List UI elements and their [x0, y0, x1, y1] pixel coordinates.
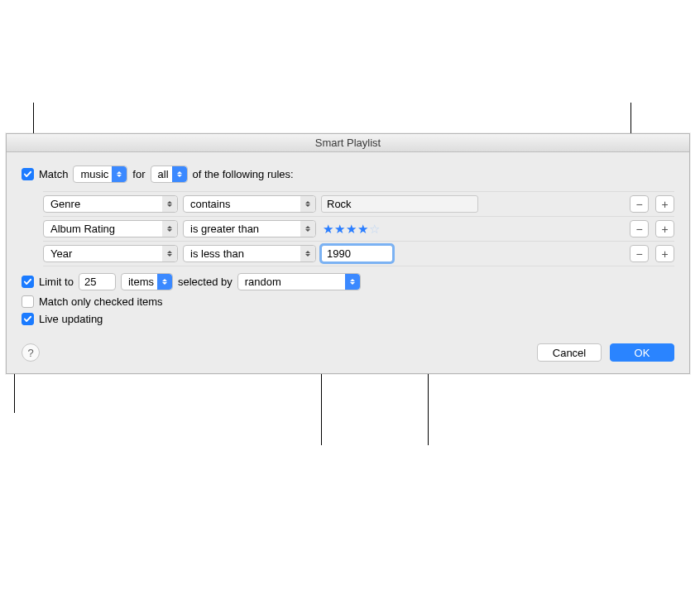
match-row: Match music for all of the following rul…	[22, 165, 674, 183]
rule-field-popup[interactable]: Year	[43, 245, 178, 262]
match-scope-popup[interactable]: all	[151, 165, 188, 183]
rule-field-popup[interactable]: Genre	[43, 195, 178, 213]
match-checked-checkbox[interactable]	[22, 295, 34, 308]
rule-row: Album Rating is greater than ★ ★ ★ ★ ☆ −…	[43, 217, 674, 242]
limit-count-input[interactable]	[79, 273, 116, 290]
star-icon: ★	[346, 220, 357, 237]
help-button[interactable]: ?	[22, 343, 40, 362]
window-title: Smart Playlist	[7, 134, 689, 152]
rule-operator-value: contains	[190, 198, 230, 210]
limit-prefix: Limit to	[39, 276, 74, 288]
limit-method-value: random	[245, 276, 281, 288]
match-suffix: of the following rules:	[193, 168, 294, 180]
popup-caret-icon	[345, 274, 360, 290]
add-rule-button[interactable]: +	[655, 220, 674, 237]
star-icon: ★	[357, 220, 368, 237]
match-media-popup[interactable]: music	[73, 165, 127, 183]
popup-caret-icon	[172, 166, 187, 182]
rule-operator-value: is less than	[190, 247, 244, 260]
match-checkbox[interactable]	[22, 168, 34, 180]
live-updating-checkbox[interactable]	[22, 313, 34, 325]
limit-unit-popup[interactable]: items	[121, 273, 173, 290]
remove-rule-button[interactable]: −	[630, 245, 649, 262]
rule-value-input[interactable]	[321, 195, 478, 213]
match-media-value: music	[80, 168, 108, 180]
star-icon: ☆	[369, 220, 380, 237]
rule-operator-popup[interactable]: is greater than	[183, 220, 316, 237]
star-icon: ★	[323, 220, 333, 237]
match-scope-value: all	[158, 168, 169, 180]
match-prefix: Match	[39, 168, 68, 180]
rule-value-stars[interactable]: ★ ★ ★ ★ ☆	[321, 220, 478, 237]
dialog-footer: ? Cancel OK	[22, 343, 674, 362]
popup-caret-icon	[162, 196, 177, 212]
limit-middle: selected by	[178, 276, 233, 288]
rule-value-input[interactable]	[321, 245, 393, 262]
match-checked-label: Match only checked items	[39, 295, 163, 308]
dialog-content: Match music for all of the following rul…	[7, 152, 689, 373]
add-rule-button[interactable]: +	[655, 195, 674, 213]
rule-row: Genre contains − +	[43, 191, 674, 217]
rule-operator-popup[interactable]: contains	[183, 195, 316, 213]
popup-caret-icon	[300, 221, 315, 237]
popup-caret-icon	[300, 196, 315, 212]
popup-caret-icon	[162, 221, 177, 237]
add-rule-button[interactable]: +	[655, 245, 674, 262]
popup-caret-icon	[157, 274, 172, 290]
rules-list: Genre contains − + Album Rating is	[43, 191, 674, 266]
smart-playlist-dialog: Smart Playlist Match music for all of th…	[6, 133, 690, 374]
popup-caret-icon	[112, 166, 127, 182]
limit-unit-value: items	[128, 276, 154, 288]
remove-rule-button[interactable]: −	[630, 220, 649, 237]
rule-field-popup[interactable]: Album Rating	[43, 220, 178, 237]
popup-caret-icon	[162, 246, 177, 261]
star-icon: ★	[334, 220, 345, 237]
remove-rule-button[interactable]: −	[630, 195, 649, 213]
live-updating-label: Live updating	[39, 313, 103, 325]
popup-caret-icon	[300, 246, 315, 261]
rule-operator-popup[interactable]: is less than	[183, 245, 316, 262]
rule-operator-value: is greater than	[190, 223, 259, 235]
rule-field-value: Year	[50, 247, 72, 260]
limit-row: Limit to items selected by random	[22, 273, 674, 290]
cancel-button[interactable]: Cancel	[537, 343, 602, 362]
live-updating-row: Live updating	[22, 313, 674, 325]
match-middle: for	[132, 168, 145, 180]
limit-checkbox[interactable]	[22, 276, 34, 288]
limit-method-popup[interactable]: random	[237, 273, 361, 290]
rule-field-value: Genre	[50, 198, 80, 210]
match-checked-row: Match only checked items	[22, 295, 674, 308]
ok-button[interactable]: OK	[610, 343, 674, 362]
rule-row: Year is less than − +	[43, 242, 674, 266]
rule-field-value: Album Rating	[50, 223, 115, 235]
